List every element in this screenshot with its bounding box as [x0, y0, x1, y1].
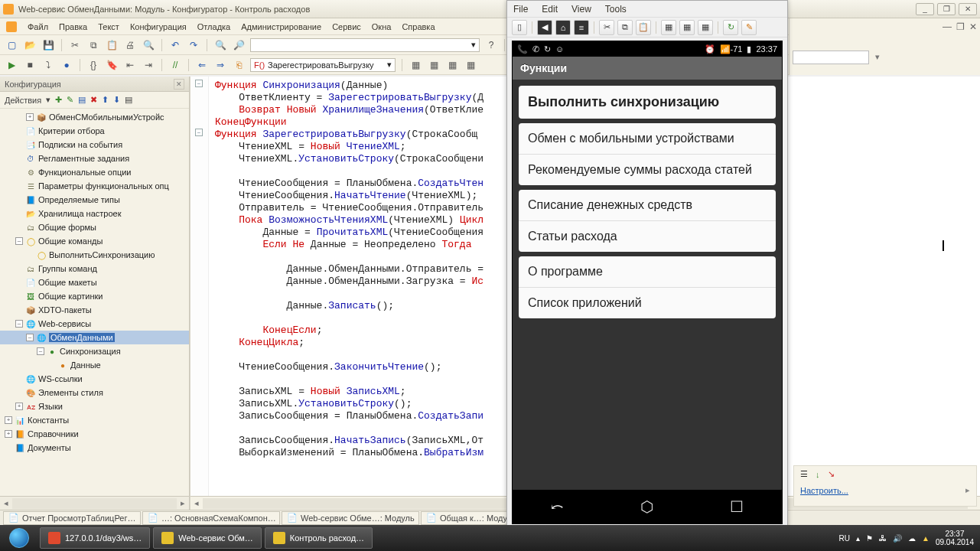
tree-node[interactable]: 📘Определяемые типы: [0, 193, 189, 207]
emu-back-icon[interactable]: ◀: [537, 20, 552, 35]
br-icon-2[interactable]: ↓: [816, 470, 820, 479]
expand-icon[interactable]: +: [5, 430, 12, 438]
emu-refresh-icon[interactable]: ↻: [723, 20, 738, 35]
emu-menu-edit[interactable]: Edit: [542, 4, 558, 15]
tree-node[interactable]: +📦ОбменСМобильнымиУстройс: [0, 110, 189, 124]
step-icon[interactable]: ⤵: [41, 58, 55, 72]
emu-menu-tools[interactable]: Tools: [605, 4, 627, 15]
menu-file[interactable]: Файл: [28, 22, 48, 31]
tree-node[interactable]: ⏱Регламентные задания: [0, 152, 189, 165]
tree-node[interactable]: ☰Параметры функциональных опц: [0, 179, 189, 193]
tree-node[interactable]: ◯ВыполнитьСинхронизацию: [0, 248, 189, 262]
outdent-icon[interactable]: ⇤: [123, 58, 137, 72]
open-icon[interactable]: 📂: [23, 38, 37, 52]
prev-proc-icon[interactable]: ⇐: [195, 58, 209, 72]
expand-icon[interactable]: +: [5, 416, 12, 424]
start-button[interactable]: [0, 525, 38, 551]
minimize-button[interactable]: _: [916, 3, 934, 15]
comment-icon[interactable]: //: [168, 58, 182, 72]
maximize-button[interactable]: ❐: [937, 3, 956, 15]
emu-screenshot-icon[interactable]: ▦: [661, 20, 676, 35]
emu-menu-file[interactable]: File: [513, 4, 528, 15]
tb2d-icon[interactable]: ▦: [464, 58, 477, 72]
action-add-icon[interactable]: ✚: [55, 95, 62, 105]
tree-node[interactable]: ⚙Функциональные опции: [0, 165, 189, 179]
emu-home-icon[interactable]: ⌂: [555, 20, 571, 35]
action-edit-icon[interactable]: ✎: [67, 95, 73, 105]
action-sort-icon[interactable]: ▤: [78, 95, 86, 105]
zoom2-icon[interactable]: 🔎: [232, 38, 246, 52]
new-icon[interactable]: ▢: [5, 38, 18, 52]
tree-node[interactable]: 📄Критерии отбора: [0, 124, 189, 138]
phone-list-item[interactable]: Статьи расхода: [519, 221, 776, 252]
expand-icon[interactable]: –: [26, 334, 34, 341]
phone-list-item[interactable]: Списание денежных средств: [519, 190, 776, 221]
right-dropdown-icon[interactable]: ▾: [875, 52, 880, 62]
emu-menu-view[interactable]: View: [571, 4, 591, 15]
tray-action-center-icon[interactable]: ⚑: [866, 534, 873, 543]
tb2a-icon[interactable]: ▦: [409, 58, 422, 72]
tray-cloud-icon[interactable]: ☁: [908, 534, 916, 543]
br-icon-1[interactable]: ☰: [800, 469, 808, 479]
tree-node[interactable]: –●Синхронизация: [0, 344, 189, 358]
tree-node[interactable]: +📊Константы: [0, 413, 189, 427]
stop-icon[interactable]: ■: [23, 58, 37, 72]
tree-node[interactable]: +ᴀᴢЯзыки: [0, 399, 189, 413]
emu-copy-icon[interactable]: ⧉: [617, 20, 633, 35]
configuration-panel-close-icon[interactable]: ✕: [174, 79, 184, 90]
tree-node[interactable]: 🖼Общие картинки: [0, 289, 189, 303]
bookmark-icon[interactable]: 🔖: [105, 58, 119, 72]
tree-node[interactable]: 📦XDTO-пакеты: [0, 303, 189, 317]
taskbar-task[interactable]: Контроль расход…: [265, 527, 373, 549]
next-proc-icon[interactable]: ⇒: [213, 58, 227, 72]
action-delete-icon[interactable]: ✖: [90, 95, 97, 105]
tb2b-icon[interactable]: ▦: [427, 58, 441, 72]
tree-node[interactable]: 📑Подписки на события: [0, 138, 189, 152]
emu-rec-icon[interactable]: ▦: [679, 20, 695, 35]
action-up-icon[interactable]: ⬆: [102, 95, 109, 105]
breakpoint-icon[interactable]: ●: [60, 58, 73, 72]
cut-icon[interactable]: ✂: [68, 38, 82, 52]
print-icon[interactable]: 🖨: [123, 38, 137, 52]
menu-windows[interactable]: Окна: [372, 22, 392, 31]
tray-sound-icon[interactable]: 🔊: [893, 534, 902, 543]
config-hscroll[interactable]: ◂ ▸: [0, 496, 189, 510]
scroll-right-small-icon[interactable]: ▸: [965, 485, 970, 495]
undo-icon[interactable]: ↶: [168, 38, 182, 52]
bottom-tab[interactable]: 📄 …: ОсновнаяСхемаКомпон…: [142, 511, 280, 525]
configuration-tree[interactable]: +📦ОбменСМобильнымиУстройс📄Критерии отбор…: [0, 109, 189, 494]
copy-icon[interactable]: ⧉: [86, 38, 100, 52]
rp-minimize-icon[interactable]: —: [943, 21, 952, 32]
run-icon[interactable]: ▶: [5, 58, 18, 72]
phone-list-item[interactable]: Список приложений: [519, 288, 776, 318]
tree-node[interactable]: –🌐ОбменДанными: [0, 331, 189, 344]
tree-node[interactable]: 📄Общие макеты: [0, 276, 189, 289]
tree-node[interactable]: 📂Хранилища настроек: [0, 207, 189, 220]
emu-set-icon[interactable]: ▦: [698, 20, 713, 35]
phone-list-item[interactable]: Выполнить синхронизацию: [519, 86, 776, 119]
tree-node[interactable]: 🎨Элементы стиля: [0, 386, 189, 399]
help-icon[interactable]: ?: [484, 38, 498, 52]
indent-icon[interactable]: ⇥: [142, 58, 155, 72]
tray-lang[interactable]: RU: [839, 534, 850, 543]
phone-recent-icon[interactable]: ☐: [730, 497, 744, 516]
find-icon[interactable]: 🔍: [142, 38, 155, 52]
rp-close-icon[interactable]: ✕: [969, 21, 977, 32]
menu-text[interactable]: Текст: [98, 22, 119, 31]
fold-icon[interactable]: −: [195, 129, 203, 136]
tree-node[interactable]: 📘Документы: [0, 441, 189, 455]
tray-up-icon[interactable]: ▴: [856, 534, 860, 543]
paste-icon[interactable]: 📋: [105, 38, 119, 52]
tray-clock[interactable]: 23:37 09.04.2014: [936, 530, 974, 546]
expand-icon[interactable]: +: [26, 113, 34, 121]
phone-back-icon[interactable]: ⤺: [551, 497, 564, 516]
tray-drive-icon[interactable]: ▲: [922, 534, 930, 543]
emu-bell-icon[interactable]: ✎: [741, 20, 757, 35]
rp-restore-icon[interactable]: ❐: [956, 21, 965, 32]
phone-home-icon[interactable]: ⬡: [640, 497, 653, 516]
menu-help[interactable]: Справка: [402, 22, 435, 31]
procedure-combo[interactable]: F()ЗарегестрироватьВыгрузку▾: [250, 58, 396, 72]
redo-icon[interactable]: ↷: [187, 38, 200, 52]
expand-icon[interactable]: +: [15, 403, 23, 410]
tree-node[interactable]: 🗂Общие формы: [0, 220, 189, 234]
